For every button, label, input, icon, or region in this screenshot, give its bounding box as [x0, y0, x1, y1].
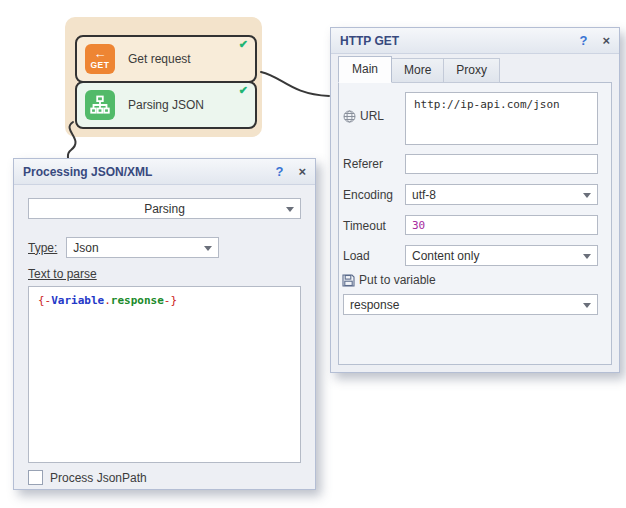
- code-token-close: -}: [164, 294, 177, 307]
- http-dialog-titlebar: HTTP GET ? ×: [331, 28, 619, 54]
- success-check-icon: ✔: [239, 38, 248, 51]
- encoding-select-value: utf-8: [412, 188, 436, 202]
- sitemap-glyph: [90, 95, 110, 115]
- chevron-down-icon: [583, 193, 591, 198]
- code-token-variable: Variable: [51, 294, 104, 307]
- node-label: Get request: [128, 52, 191, 66]
- timeout-label: Timeout: [343, 219, 386, 233]
- chevron-down-icon: [286, 207, 294, 212]
- referer-label: Referer: [343, 157, 383, 171]
- help-icon[interactable]: ?: [579, 33, 587, 48]
- tab-proxy[interactable]: Proxy: [443, 58, 500, 83]
- flowchart-group-panel[interactable]: ← GET Get request ✔: [65, 17, 262, 137]
- close-icon[interactable]: ×: [298, 164, 306, 179]
- dialog-title: Processing JSON/XML: [23, 165, 275, 179]
- arrow-left-glyph: ←: [94, 48, 107, 60]
- process-jsonpath-checkbox[interactable]: [28, 470, 43, 485]
- chevron-down-icon: [583, 254, 591, 259]
- variable-select[interactable]: response: [343, 294, 598, 315]
- parse-json-icon: [85, 90, 115, 120]
- tab-more[interactable]: More: [391, 58, 444, 83]
- load-select-value: Content only: [412, 249, 479, 263]
- get-word-glyph: GET: [91, 60, 110, 70]
- load-label: Load: [343, 249, 370, 263]
- node-parsing-json[interactable]: Parsing JSON ✔: [75, 81, 257, 129]
- processing-json-dialog: Processing JSON/XML ? × Parsing Type: Js…: [13, 158, 316, 490]
- put-to-variable-label: Put to variable: [359, 273, 436, 287]
- action-select-value: Parsing: [144, 202, 185, 216]
- node-stack: ← GET Get request ✔: [75, 35, 257, 129]
- put-to-variable-row: Put to variable: [342, 273, 436, 287]
- help-icon[interactable]: ?: [275, 164, 283, 179]
- type-select-value: Json: [73, 241, 98, 255]
- chevron-down-icon: [204, 246, 212, 251]
- success-check-icon: ✔: [239, 84, 248, 97]
- chevron-down-icon: [583, 303, 591, 308]
- code-token-name: response: [111, 294, 164, 307]
- tab-main[interactable]: Main: [338, 56, 392, 83]
- node-label: Parsing JSON: [128, 98, 204, 112]
- node-get-request[interactable]: ← GET Get request ✔: [75, 35, 257, 83]
- text-to-parse-label: Text to parse: [28, 267, 301, 281]
- timeout-input[interactable]: 30: [405, 215, 598, 235]
- code-token-open: {-: [38, 294, 51, 307]
- save-floppy-icon: [342, 274, 355, 287]
- process-jsonpath-label: Process JsonPath: [50, 471, 147, 485]
- dialog-title: HTTP GET: [340, 34, 579, 48]
- encoding-select[interactable]: utf-8: [405, 184, 598, 205]
- url-label-row: URL: [343, 109, 384, 123]
- action-select[interactable]: Parsing: [28, 198, 301, 219]
- http-get-dialog: HTTP GET ? × Main More Proxy URL http://…: [330, 27, 620, 373]
- code-token-dot: .: [104, 294, 111, 307]
- http-get-icon: ← GET: [85, 44, 115, 74]
- referer-input[interactable]: [405, 154, 598, 174]
- type-label: Type:: [28, 241, 57, 255]
- encoding-label: Encoding: [343, 188, 393, 202]
- text-to-parse-input[interactable]: {-Variable.response-}: [28, 286, 301, 463]
- variable-select-value: response: [350, 298, 399, 312]
- processing-dialog-titlebar: Processing JSON/XML ? ×: [14, 159, 315, 185]
- globe-www-icon: [343, 110, 356, 123]
- type-select[interactable]: Json: [66, 237, 219, 258]
- wire-get-to-http: [261, 72, 329, 96]
- workflow-editor-canvas: ← GET Get request ✔: [0, 0, 626, 508]
- url-label: URL: [360, 109, 384, 123]
- http-tabs: Main More Proxy: [338, 57, 499, 83]
- url-input[interactable]: http://ip-api.com/json: [405, 92, 598, 145]
- close-icon[interactable]: ×: [602, 33, 610, 48]
- load-select[interactable]: Content only: [405, 245, 598, 266]
